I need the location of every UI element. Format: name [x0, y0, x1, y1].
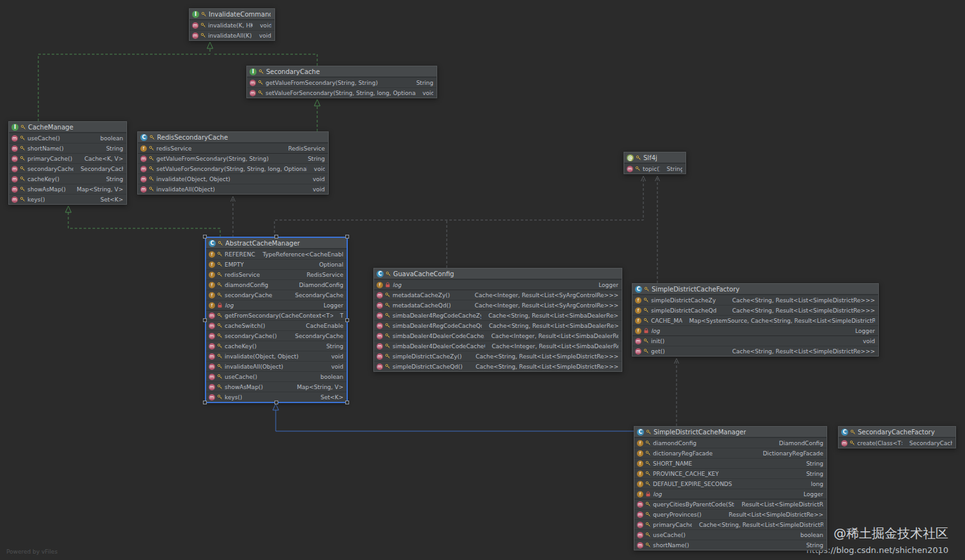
member-row[interactable]: mcacheKey()String	[9, 173, 126, 184]
member-row[interactable]: mshowAsMap()Map<String, V>	[9, 184, 126, 194]
member-row[interactable]: fredisServiceRedisService	[138, 143, 328, 153]
member-row[interactable]: flogLogger	[206, 300, 347, 310]
member-row[interactable]: minit()void	[632, 335, 878, 346]
member-row[interactable]: msimbaDealer4RegCodeCacheQd()Cache<Strin…	[374, 320, 622, 330]
member-row[interactable]: fEMPTYOptional	[206, 259, 347, 269]
key-icon	[20, 124, 26, 130]
member-row[interactable]: mtopic()String	[624, 163, 685, 173]
member-row[interactable]: fredisServiceRedisService	[206, 269, 347, 279]
class-header[interactable]: ISecondaryCache	[247, 66, 437, 77]
selection-handle[interactable]	[203, 235, 207, 239]
key-icon	[218, 240, 223, 246]
class-header[interactable]: CGuavaCacheConfig	[374, 269, 622, 279]
class-header[interactable]: CSimpleDistrictCacheFactory	[632, 284, 878, 295]
member-row[interactable]: mshortName()String	[634, 540, 827, 550]
member-row[interactable]: minvalidate(Object, Object)void	[138, 173, 328, 184]
member-row[interactable]: mgetFromSecondary(CacheContext<T>)T	[206, 310, 347, 320]
class-node-slf4j[interactable]: @Slf4jmtopic()String	[624, 152, 686, 174]
member-row[interactable]: fSHORT_NAMEString	[634, 458, 827, 468]
member-row[interactable]: fsimpleDistrictCacheQdCache<String, Resu…	[632, 305, 878, 315]
member-row[interactable]: mcreate(Class<T>)SecondaryCache	[839, 438, 955, 448]
member-row[interactable]: mcacheKey()String	[206, 341, 347, 351]
member-row[interactable]: fdictionaryRegFacadeDictionaryRegFacade	[634, 448, 827, 458]
member-row[interactable]: mprimaryCache()Cache<K, V>	[9, 153, 126, 163]
key-icon	[217, 282, 223, 288]
class-node-simple-district-cache-factory[interactable]: CSimpleDistrictCacheFactoryfsimpleDistri…	[632, 283, 879, 357]
member-row[interactable]: msetValueForSencondary(String, String, l…	[247, 87, 437, 98]
member-row[interactable]: mqueryCitiesByParentCode(String)Result<L…	[634, 499, 827, 509]
class-node-invalidate-command[interactable]: IInvalidateCommandminvalidate(K, HK)void…	[189, 8, 275, 41]
member-row[interactable]: msetValueForSencondary(String, String, l…	[138, 163, 328, 173]
member-row[interactable]: fdiamondConfigDiamondConfig	[634, 438, 827, 448]
class-node-cache-manage[interactable]: ICacheManagemuseCache()booleanmshortName…	[8, 121, 127, 205]
member-row[interactable]: mkeys()Set<K>	[9, 194, 126, 204]
powered-by-watermark: Powered by vFiles	[6, 549, 57, 555]
member-row[interactable]: flogLogger	[634, 489, 827, 499]
member-row[interactable]: msimbaDealer4DealerCodeCacheQd()Cache<In…	[374, 341, 622, 351]
member-row[interactable]: minvalidate(Object, Object)void	[206, 351, 347, 361]
member-row[interactable]: mgetValueFromSecondary(String, String)St…	[138, 153, 328, 163]
selection-handle[interactable]	[274, 401, 278, 404]
selection-handle[interactable]	[203, 318, 207, 322]
class-node-secondary-cache[interactable]: ISecondaryCachemgetValueFromSecondary(St…	[246, 66, 437, 98]
member-row[interactable]: fsecondaryCacheSecondaryCache	[206, 290, 347, 300]
class-header[interactable]: ICacheManage	[9, 122, 126, 133]
class-node-secondary-cache-factory[interactable]: CSecondaryCacheFactorymcreate(Class<T>)S…	[838, 426, 956, 448]
uml-diagram-canvas[interactable]: Powered by vFiles @稀土掘金技术社区 https://blog…	[0, 0, 965, 560]
member-row[interactable]: museCache()boolean	[9, 133, 126, 143]
class-header[interactable]: CSimpleDistrictCacheManager	[634, 427, 827, 438]
member-row[interactable]: mshowAsMap()Map<String, V>	[206, 381, 347, 392]
member-row[interactable]: minvalidateAll(K)void	[190, 30, 274, 40]
member-row[interactable]: mmetadataCacheQd()Cache<Integer, Result<…	[374, 300, 622, 310]
class-node-simple-district-cache-manager[interactable]: CSimpleDistrictCacheManagerfdiamondConfi…	[634, 426, 827, 550]
member-row[interactable]: mmetadataCacheZy()Cache<Integer, Result<…	[374, 290, 622, 300]
selection-handle[interactable]	[203, 401, 207, 404]
member-row[interactable]: msimbaDealer4RegCodeCacheZy()Cache<Strin…	[374, 310, 622, 320]
selection-handle[interactable]	[274, 235, 278, 239]
selection-handle[interactable]	[345, 318, 349, 322]
member-row[interactable]: fPROVINCE_CACHE_KEYString	[634, 468, 827, 478]
member-row[interactable]: mget()Cache<String, Result<List<SimpleDi…	[632, 346, 878, 356]
selection-handle[interactable]	[345, 235, 349, 239]
member-type: Cache<Integer, Result<List<SimbaDealerRe…	[486, 333, 618, 339]
member-row[interactable]: fCACHE_MAPMap<SystemSource, Cache<String…	[632, 315, 878, 325]
member-row[interactable]: fsimpleDistrictCacheZyCache<String, Resu…	[632, 295, 878, 305]
class-node-guava-cache-config[interactable]: CGuavaCacheConfigflogLoggermmetadataCach…	[373, 268, 622, 372]
member-name: queryCitiesByParentCode(String)	[653, 501, 735, 508]
member-row[interactable]: minvalidateAll(Object)void	[206, 361, 347, 371]
member-row[interactable]: msimbaDealer4DealerCodeCacheZy()Cache<In…	[374, 330, 622, 341]
member-type: Logger	[594, 282, 618, 288]
member-type: Cache<String, Result<List<SimpleDistrict…	[470, 364, 618, 370]
class-header[interactable]: IInvalidateCommand	[190, 9, 274, 20]
class-header[interactable]: CRedisSecondaryCache	[138, 132, 328, 143]
method-icon: m	[250, 80, 256, 86]
member-row[interactable]: fDEFAULT_EXPIRE_SECONDSlong	[634, 478, 827, 489]
member-name: log	[653, 491, 662, 497]
selection-handle[interactable]	[345, 401, 349, 404]
member-row[interactable]: museCache()boolean	[634, 529, 827, 540]
member-row[interactable]: flogLogger	[632, 325, 878, 335]
member-row[interactable]: mgetValueFromSecondary(String, String)St…	[247, 77, 437, 87]
member-row[interactable]: msimpleDistrictCacheQd()Cache<String, Re…	[374, 361, 622, 371]
member-row[interactable]: fREFERENCETypeReference<CacheEnable>	[206, 249, 347, 259]
member-row[interactable]: msecondaryCache()SecondaryCache	[9, 163, 126, 173]
member-row[interactable]: flogLogger	[374, 279, 622, 290]
member-row[interactable]: minvalidateAll(Object)void	[138, 184, 328, 194]
class-header[interactable]: @Slf4j	[624, 152, 685, 163]
class-header[interactable]: CAbstractCacheManager	[206, 238, 347, 249]
member-row[interactable]: mshortName()String	[9, 143, 126, 153]
member-row[interactable]: msecondaryCache()SecondaryCache	[206, 330, 347, 341]
member-type: void	[326, 353, 343, 360]
class-node-abstract-cache-manager[interactable]: CAbstractCacheManagerfREFERENCETypeRefer…	[206, 237, 347, 402]
class-node-redis-secondary-cache[interactable]: CRedisSecondaryCachefredisServiceRedisSe…	[137, 131, 329, 195]
member-row[interactable]: mprimaryCache()Cache<String, Result<List…	[634, 519, 827, 529]
member-type: Optional	[314, 262, 343, 268]
member-row[interactable]: mcacheSwitch()CacheEnable	[206, 320, 347, 330]
member-row[interactable]: mqueryProvinces()Result<List<SimpleDistr…	[634, 509, 827, 519]
member-row[interactable]: minvalidate(K, HK)void	[190, 20, 274, 30]
member-row[interactable]: msimpleDistrictCacheZy()Cache<String, Re…	[374, 351, 622, 361]
member-row[interactable]: fdiamondConfigDiamondConfig	[206, 279, 347, 290]
member-row[interactable]: museCache()boolean	[206, 371, 347, 381]
class-header[interactable]: CSecondaryCacheFactory	[839, 427, 955, 438]
member-name: dictionaryRegFacade	[653, 450, 713, 457]
